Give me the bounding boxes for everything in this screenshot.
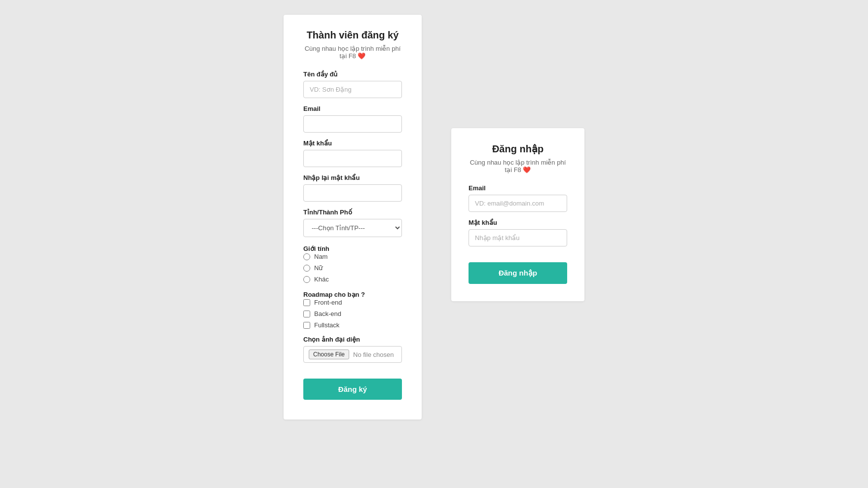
confirm-password-label: Nhập lại mật khẩu — [303, 174, 402, 181]
register-title: Thành viên đăng ký — [303, 30, 402, 41]
register-button[interactable]: Đăng ký — [303, 379, 402, 400]
fullname-group: Tên đầy đủ — [303, 70, 402, 98]
gender-label: Giới tính — [303, 245, 329, 252]
roadmap-checkbox-group: Front-end Back-end Fullstack — [303, 299, 402, 329]
email-input-login[interactable] — [469, 195, 567, 212]
login-heart-icon: ❤️ — [523, 166, 531, 174]
gender-khac[interactable]: Khác — [303, 276, 402, 283]
heart-icon: ❤️ — [358, 52, 365, 60]
email-group-register: Email — [303, 105, 402, 133]
login-button[interactable]: Đăng nhập — [469, 262, 567, 284]
email-input-register[interactable] — [303, 115, 402, 133]
file-input-wrapper: Choose File No file chosen — [303, 346, 402, 363]
checkbox-fullstack[interactable] — [303, 322, 310, 329]
password-input-register[interactable] — [303, 150, 402, 167]
password-label-login: Mật khẩu — [469, 219, 567, 226]
password-input-login[interactable] — [469, 229, 567, 246]
no-file-text: No file chosen — [353, 351, 394, 358]
roadmap-frontend-label: Front-end — [314, 299, 342, 306]
province-group: Tỉnh/Thành Phố ---Chọn Tỉnh/TP--- — [303, 209, 402, 237]
password-label-register: Mật khẩu — [303, 139, 402, 147]
register-card: Thành viên đăng ký Cùng nhau học lập trì… — [284, 15, 422, 419]
choose-file-button[interactable]: Choose File — [309, 349, 349, 359]
gender-nu[interactable]: Nữ — [303, 264, 402, 272]
radio-nam[interactable] — [303, 253, 310, 260]
password-group-register: Mật khẩu — [303, 139, 402, 167]
province-select[interactable]: ---Chọn Tỉnh/TP--- — [303, 219, 402, 237]
roadmap-backend-label: Back-end — [314, 310, 341, 317]
roadmap-backend[interactable]: Back-end — [303, 310, 402, 317]
roadmap-group: Roadmap cho bạn ? Front-end Back-end Ful… — [303, 290, 402, 329]
fullname-label: Tên đầy đủ — [303, 70, 402, 78]
page-wrapper: Thành viên đăng ký Cùng nhau học lập trì… — [0, 0, 868, 488]
fullname-input[interactable] — [303, 81, 402, 98]
radio-khac[interactable] — [303, 276, 310, 283]
roadmap-fullstack[interactable]: Fullstack — [303, 321, 402, 329]
radio-nu[interactable] — [303, 265, 310, 272]
gender-nam-label: Nam — [314, 253, 327, 260]
gender-khac-label: Khác — [314, 276, 329, 283]
roadmap-fullstack-label: Fullstack — [314, 321, 339, 329]
roadmap-frontend[interactable]: Front-end — [303, 299, 402, 306]
checkbox-frontend[interactable] — [303, 299, 310, 306]
province-label: Tỉnh/Thành Phố — [303, 209, 402, 216]
forms-container: Thành viên đăng ký Cùng nhau học lập trì… — [284, 10, 584, 419]
email-group-login: Email — [469, 184, 567, 212]
checkbox-backend[interactable] — [303, 311, 310, 317]
email-label-login: Email — [469, 184, 567, 192]
login-subtitle: Cùng nhau học lập trình miễn phí tại F8 … — [469, 159, 567, 174]
password-group-login: Mật khẩu — [469, 219, 567, 246]
login-title: Đăng nhập — [469, 143, 567, 155]
avatar-label: Chọn ảnh đại diện — [303, 336, 402, 343]
avatar-group: Chọn ảnh đại diện Choose File No file ch… — [303, 336, 402, 363]
login-card: Đăng nhập Cùng nhau học lập trình miễn p… — [451, 128, 584, 301]
gender-group: Giới tính Nam Nữ Khác — [303, 244, 402, 283]
gender-nu-label: Nữ — [314, 264, 323, 272]
confirm-password-input[interactable] — [303, 184, 402, 202]
gender-radio-group: Nam Nữ Khác — [303, 253, 402, 283]
email-label-register: Email — [303, 105, 402, 112]
confirm-password-group: Nhập lại mật khẩu — [303, 174, 402, 202]
roadmap-label: Roadmap cho bạn ? — [303, 291, 365, 298]
gender-nam[interactable]: Nam — [303, 253, 402, 260]
register-subtitle: Cùng nhau học lập trình miễn phí tại F8 … — [303, 45, 402, 60]
